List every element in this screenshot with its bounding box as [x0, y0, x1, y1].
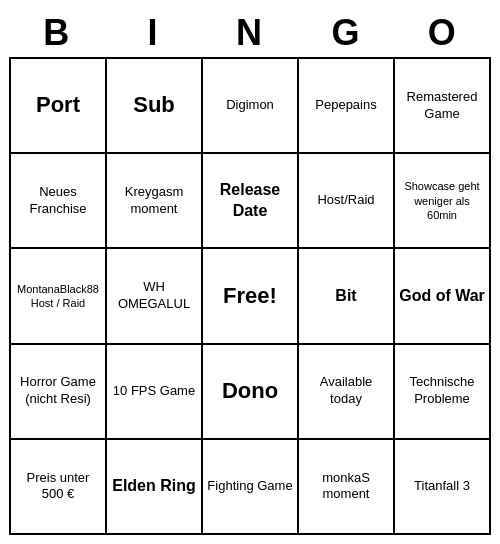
- bingo-cell-19: Technische Probleme: [395, 345, 491, 440]
- bingo-cell-7: Release Date: [203, 154, 299, 249]
- bingo-cell-1: Sub: [107, 59, 203, 154]
- bingo-cell-20: Preis unter 500 €: [11, 440, 107, 535]
- bingo-grid: PortSubDigimonPepepainsRemastered GameNe…: [9, 57, 491, 535]
- bingo-cell-14: God of War: [395, 249, 491, 344]
- bingo-letter-g: G: [298, 12, 394, 54]
- bingo-letter-o: O: [395, 12, 491, 54]
- bingo-cell-21: Elden Ring: [107, 440, 203, 535]
- bingo-title: BINGO: [9, 9, 491, 57]
- bingo-cell-11: WH OMEGALUL: [107, 249, 203, 344]
- bingo-cell-4: Remastered Game: [395, 59, 491, 154]
- bingo-cell-22: Fighting Game: [203, 440, 299, 535]
- bingo-cell-18: Available today: [299, 345, 395, 440]
- bingo-letter-b: B: [9, 12, 105, 54]
- bingo-cell-3: Pepepains: [299, 59, 395, 154]
- bingo-container: BINGO PortSubDigimonPepepainsRemastered …: [5, 5, 495, 539]
- bingo-cell-10: MontanaBlack88 Host / Raid: [11, 249, 107, 344]
- bingo-cell-15: Horror Game (nicht Resi): [11, 345, 107, 440]
- bingo-cell-8: Host/Raid: [299, 154, 395, 249]
- bingo-cell-9: Showcase geht weniger als 60min: [395, 154, 491, 249]
- bingo-cell-16: 10 FPS Game: [107, 345, 203, 440]
- bingo-cell-2: Digimon: [203, 59, 299, 154]
- bingo-letter-i: I: [105, 12, 201, 54]
- bingo-cell-23: monkaS moment: [299, 440, 395, 535]
- bingo-cell-24: Titanfall 3: [395, 440, 491, 535]
- bingo-cell-17: Dono: [203, 345, 299, 440]
- bingo-cell-13: Bit: [299, 249, 395, 344]
- bingo-letter-n: N: [202, 12, 298, 54]
- bingo-cell-5: Neues Franchise: [11, 154, 107, 249]
- bingo-cell-12: Free!: [203, 249, 299, 344]
- bingo-cell-0: Port: [11, 59, 107, 154]
- bingo-cell-6: Kreygasm moment: [107, 154, 203, 249]
